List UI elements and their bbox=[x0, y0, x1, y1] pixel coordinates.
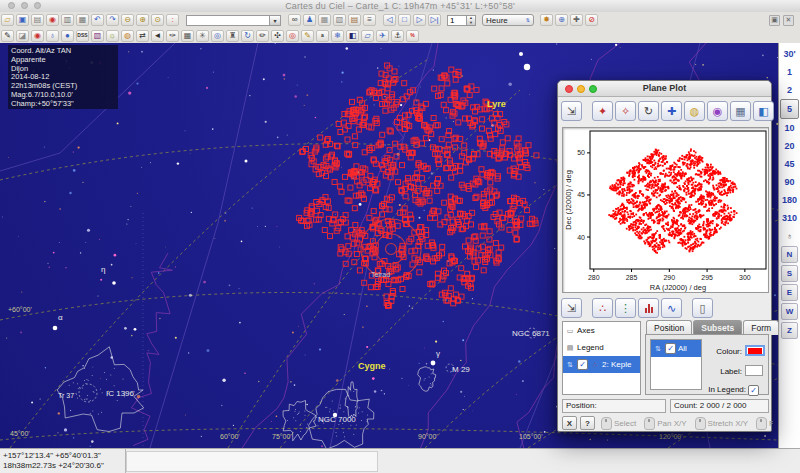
layer-visible-checkbox[interactable]: ✓ bbox=[577, 359, 588, 370]
label-pen-icon[interactable]: ✑ bbox=[166, 30, 179, 42]
redo-icon[interactable]: ↷ bbox=[106, 14, 119, 26]
abort-icon[interactable]: ⊘ bbox=[585, 14, 598, 26]
grid-icon[interactable]: ▦ bbox=[318, 14, 331, 26]
zoom-in-icon[interactable]: ⊕ bbox=[136, 14, 149, 26]
pan-icon[interactable]: ✚ bbox=[661, 101, 682, 121]
field-pin-icon[interactable]: ◉ bbox=[31, 30, 44, 42]
refresh-icon[interactable]: ↻ bbox=[241, 30, 254, 42]
layer-row-2-keple[interactable]: ⇅✓∴2: Keple bbox=[563, 356, 640, 373]
time-next-icon[interactable]: ▷| bbox=[428, 14, 441, 26]
axes-edit-icon[interactable]: ▦ bbox=[730, 101, 751, 121]
draw-line-icon[interactable]: ✏ bbox=[256, 30, 269, 42]
flip-icon[interactable]: ⇄ bbox=[136, 30, 149, 42]
pencil-icon[interactable]: ✎ bbox=[301, 30, 314, 42]
plane-plot-window[interactable]: Plane Plot ⇲✦✧↻✚◍◉▦◧ 2802852902953004045… bbox=[557, 80, 772, 432]
tower-icon[interactable]: ♜ bbox=[226, 30, 239, 42]
search-dropdown-icon[interactable]: ▾ bbox=[270, 15, 281, 26]
pen-icon[interactable]: ✎ bbox=[1, 30, 14, 42]
open-file-icon[interactable]: ▱ bbox=[1, 14, 14, 26]
grid-eq-icon[interactable]: ▦ bbox=[181, 30, 194, 42]
plane-icon[interactable]: ✈ bbox=[376, 30, 389, 42]
planet-icon[interactable]: ♁ bbox=[46, 30, 59, 42]
close-hints-button[interactable]: X bbox=[562, 416, 577, 430]
close-window-icon[interactable]: ✕ bbox=[783, 15, 794, 26]
colour-swatch-select[interactable] bbox=[745, 345, 765, 356]
undo-icon[interactable]: ↶ bbox=[91, 14, 104, 26]
fov-button-30m[interactable]: 30' bbox=[779, 45, 800, 63]
layer-list[interactable]: ▭Axes▤Legend⇅✓∴2: Keple bbox=[562, 321, 641, 395]
zoom-icon[interactable]: ⊙ bbox=[151, 14, 164, 26]
copy-chart-icon[interactable]: ▥ bbox=[61, 14, 74, 26]
fov-button-2[interactable]: 2 bbox=[779, 81, 800, 99]
export-plot-icon[interactable]: ⇲ bbox=[561, 101, 582, 121]
direction-button-z[interactable]: Z bbox=[781, 322, 798, 339]
search-input[interactable] bbox=[186, 15, 270, 26]
save-icon[interactable]: ▣ bbox=[16, 14, 29, 26]
calendar-icon[interactable]: ▧ bbox=[333, 14, 346, 26]
time-play-icon[interactable]: ▷ bbox=[413, 14, 426, 26]
percent-icon[interactable]: % bbox=[406, 30, 419, 42]
notes-icon[interactable]: ▤ bbox=[348, 14, 361, 26]
compass-icon[interactable]: ✣ bbox=[271, 30, 284, 42]
remove-layer-icon[interactable]: ▯ bbox=[692, 298, 713, 318]
folder-blue-icon[interactable]: ▱ bbox=[361, 30, 374, 42]
layer-row-axes[interactable]: ▭Axes bbox=[563, 322, 640, 339]
label-field[interactable] bbox=[745, 365, 763, 376]
fov-button-5[interactable]: 5 bbox=[780, 99, 799, 119]
subset-row-all[interactable]: ⇅✓All bbox=[651, 340, 701, 357]
time-step-input[interactable] bbox=[447, 15, 467, 26]
split-view-icon[interactable]: ▦ bbox=[76, 14, 89, 26]
light-icon[interactable]: ☼ bbox=[106, 30, 119, 42]
restore-window-icon[interactable]: ▣ bbox=[769, 15, 780, 26]
tab-subsets[interactable]: Subsets bbox=[693, 320, 742, 335]
add-function-layer-icon[interactable]: ∿ bbox=[661, 298, 682, 318]
drag-chart-icon[interactable]: ✚ bbox=[570, 14, 583, 26]
add-pair-layer-icon[interactable]: ⋮ bbox=[615, 298, 636, 318]
reorder-arrows-icon[interactable]: ⇅ bbox=[565, 360, 575, 370]
time-stop-icon[interactable]: □ bbox=[398, 14, 411, 26]
direction-button-n[interactable]: N bbox=[781, 246, 798, 263]
direction-button-s[interactable]: S bbox=[781, 265, 798, 282]
telrad-icon[interactable]: ◎ bbox=[286, 30, 299, 42]
fov-button-1[interactable]: 1 bbox=[779, 63, 800, 81]
print-icon[interactable]: ▤ bbox=[31, 14, 44, 26]
contrast-icon[interactable]: ◧ bbox=[346, 30, 359, 42]
palette-icon[interactable]: ◧ bbox=[753, 101, 774, 121]
dss-image-icon[interactable]: DSS bbox=[76, 30, 89, 42]
find-object-icon[interactable]: ∞ bbox=[288, 14, 301, 26]
layer-row-legend[interactable]: ▤Legend bbox=[563, 339, 640, 356]
subset-list[interactable]: ⇅✓All bbox=[650, 339, 702, 390]
observatory-pin-icon[interactable]: ◉ bbox=[46, 14, 59, 26]
time-unit-select[interactable]: Heure ⇅ bbox=[482, 14, 534, 26]
time-step-stepper[interactable]: ▲▼ bbox=[467, 15, 476, 26]
fov-button-310[interactable]: 310 bbox=[779, 209, 800, 227]
grid-star-icon[interactable]: ✳ bbox=[196, 30, 209, 42]
fov-button-180[interactable]: 180 bbox=[779, 191, 800, 209]
fov-button-90[interactable]: 90 bbox=[779, 173, 800, 191]
sphere-view-icon[interactable]: ◉ bbox=[707, 101, 728, 121]
target-blue-icon[interactable]: ◎ bbox=[211, 30, 224, 42]
in-legend-checkbox[interactable]: ✓ bbox=[748, 385, 759, 396]
plane-plot-titlebar[interactable]: Plane Plot bbox=[558, 81, 771, 97]
fov-button-45[interactable]: 45 bbox=[779, 155, 800, 173]
fov-button-10[interactable]: 10 bbox=[779, 119, 800, 137]
add-position-layer-icon[interactable]: ∴ bbox=[592, 298, 613, 318]
camera-icon[interactable]: ▧ bbox=[91, 30, 104, 42]
rescale-icon[interactable]: ✦ bbox=[592, 101, 613, 121]
dot-icon[interactable]: ● bbox=[61, 30, 74, 42]
track-object-icon[interactable]: ✸ bbox=[540, 14, 553, 26]
zoom-out-icon[interactable]: ⊖ bbox=[121, 14, 134, 26]
lock-axes-icon[interactable]: ◍ bbox=[684, 101, 705, 121]
reorder-arrows-icon[interactable]: ⇅ bbox=[653, 344, 663, 354]
pointer-icon[interactable]: ◄ bbox=[151, 30, 164, 42]
star-magnitude-icon[interactable]: : bbox=[166, 14, 179, 26]
observer-icon[interactable]: ♟ bbox=[303, 14, 316, 26]
tab-position[interactable]: Position bbox=[646, 320, 692, 335]
center-target-icon[interactable]: ⊕ bbox=[555, 14, 568, 26]
direction-button-w[interactable]: W bbox=[781, 303, 798, 320]
help-button[interactable]: ? bbox=[580, 416, 595, 430]
globe-icon[interactable]: ♁ bbox=[779, 227, 800, 245]
night-mode-icon[interactable]: ❄ bbox=[331, 30, 344, 42]
replot-icon[interactable]: ↻ bbox=[638, 101, 659, 121]
add-histogram-layer-icon[interactable] bbox=[638, 298, 659, 318]
